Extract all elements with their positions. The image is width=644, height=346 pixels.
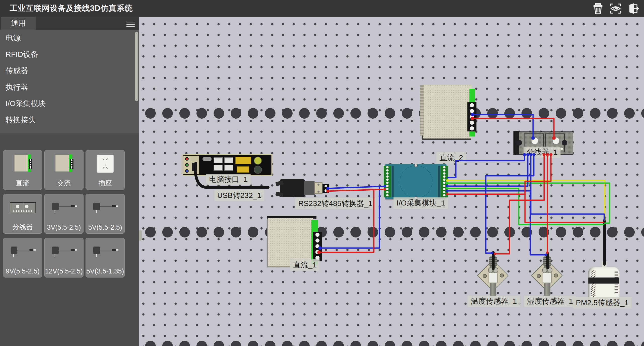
- menu-icon[interactable]: [126, 20, 135, 27]
- app-title: 工业互联网设备及接线3D仿真系统: [10, 0, 133, 17]
- header-toolbar: [591, 2, 640, 15]
- wire-red-dc2-to-splitter[interactable]: [472, 118, 554, 138]
- tab-general[interactable]: 通用: [1, 17, 36, 30]
- palette-item-12v[interactable]: 12V(5.5-2.5): [44, 238, 84, 278]
- menu-item-io-module[interactable]: I/O采集模块: [0, 95, 139, 112]
- palette-item-5v[interactable]: 5V(5.5-2.5): [86, 194, 125, 234]
- adapter-thumbnail: [45, 239, 83, 265]
- preview-icon[interactable]: [609, 2, 622, 15]
- palette-item-dc[interactable]: 直流: [3, 150, 42, 190]
- splitter-thumbnail: [3, 196, 42, 221]
- wire-green-io-to-pm25[interactable]: [447, 183, 610, 223]
- wiring-layer: [139, 17, 644, 346]
- device-palette: 直流 交流 插座 分线器 3V(5.5-2.5) 5V(5.5-2.5): [0, 133, 139, 346]
- wire-blue-splitter-to-io-b[interactable]: [448, 155, 528, 186]
- cable-pc-to-usb232[interactable]: [195, 163, 268, 187]
- socket-thumbnail: [86, 152, 125, 177]
- sidebar: 通用 电源 RFID设备 传感器 执行器 I/O采集模块 转换接头 直流 交流: [0, 17, 139, 346]
- adapter-thumbnail: [86, 239, 125, 265]
- dc-psu-thumbnail: [3, 152, 42, 177]
- wire-blue-splitter-to-io-a[interactable]: [448, 155, 525, 178]
- title-bar: 工业互联网设备及接线3D仿真系统: [0, 0, 644, 17]
- delete-icon[interactable]: [591, 2, 605, 15]
- app-window: 工业互联网设备及接线3D仿真系统: [0, 0, 644, 346]
- category-menu: 电源 RFID设备 传感器 执行器 I/O采集模块 转换接头: [0, 30, 139, 133]
- sidebar-tabstrip: 通用: [0, 17, 139, 30]
- wire-blue-converter-to-io[interactable]: [328, 186, 384, 188]
- wire-blue-splitter-to-pm25[interactable]: [531, 155, 604, 220]
- sidebar-scrollbar[interactable]: [135, 32, 138, 101]
- menu-item-sensor[interactable]: 传感器: [0, 62, 139, 79]
- adapter-thumbnail: [45, 196, 83, 221]
- palette-item-socket[interactable]: 插座: [86, 150, 125, 190]
- menu-item-rfid[interactable]: RFID设备: [0, 46, 139, 62]
- palette-item-splitter[interactable]: 分线器: [3, 194, 42, 234]
- menu-item-power[interactable]: 电源: [0, 30, 139, 46]
- exit-icon[interactable]: [626, 2, 640, 15]
- palette-item-ac[interactable]: 交流: [44, 150, 84, 190]
- wire-red-dc1[interactable]: [319, 190, 374, 252]
- wire-red-converter-to-io[interactable]: [328, 189, 384, 191]
- menu-item-actuator[interactable]: 执行器: [0, 79, 139, 95]
- wire-blue-dc1[interactable]: [320, 187, 379, 248]
- adapter-thumbnail: [86, 196, 125, 221]
- scene-scrollbar[interactable]: [139, 230, 142, 241]
- wire-connector-dots: [317, 113, 556, 256]
- ac-psu-thumbnail: [45, 152, 83, 177]
- wire-red-splitter-to-temperature[interactable]: [495, 155, 544, 254]
- 3d-canvas[interactable]: 电脑接口_1 USB转232_1 RS232转485转换器_1 I/O采集模块_…: [139, 17, 644, 346]
- palette-item-3v[interactable]: 3V(5.5-2.5): [44, 194, 84, 234]
- palette-item-5v-slim[interactable]: 5V(3.5-1.35): [86, 238, 125, 278]
- wire-red-splitter-to-pm25[interactable]: [525, 155, 603, 222]
- adapter-thumbnail: [3, 239, 42, 265]
- palette-item-9v[interactable]: 9V(5.5-2.5): [3, 238, 42, 278]
- menu-item-converter[interactable]: 转换接头: [0, 112, 139, 128]
